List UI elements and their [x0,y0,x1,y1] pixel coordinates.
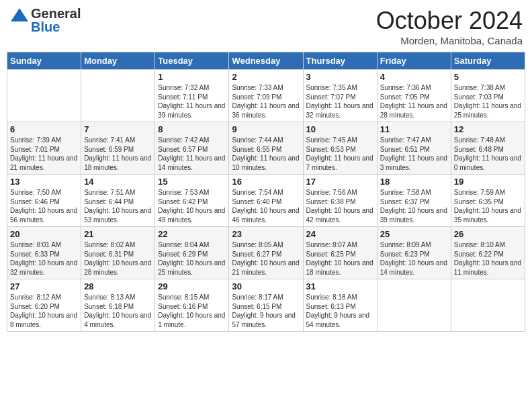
day-number: 21 [84,229,152,239]
calendar-cell: 16Sunrise: 7:54 AM Sunset: 6:40 PM Dayli… [229,175,303,227]
day-info: Sunrise: 7:48 AM Sunset: 6:48 PM Dayligh… [454,136,522,172]
day-info: Sunrise: 7:44 AM Sunset: 6:55 PM Dayligh… [232,136,300,172]
calendar-cell: 8Sunrise: 7:42 AM Sunset: 6:57 PM Daylig… [155,122,229,175]
calendar-cell: 3Sunrise: 7:35 AM Sunset: 7:07 PM Daylig… [303,70,377,122]
day-info: Sunrise: 7:32 AM Sunset: 7:11 PM Dayligh… [158,83,226,120]
day-number: 18 [380,177,448,187]
day-info: Sunrise: 7:38 AM Sunset: 7:03 PM Dayligh… [454,83,522,120]
day-number: 31 [306,281,374,291]
day-number: 20 [10,229,78,239]
day-info: Sunrise: 8:10 AM Sunset: 6:22 PM Dayligh… [454,240,522,277]
calendar-cell: 6Sunrise: 7:39 AM Sunset: 7:01 PM Daylig… [7,122,81,175]
day-number: 22 [158,229,226,239]
day-info: Sunrise: 8:04 AM Sunset: 6:29 PM Dayligh… [158,240,226,277]
calendar-week-row: 13Sunrise: 7:50 AM Sunset: 6:46 PM Dayli… [7,175,525,227]
day-number: 1 [158,72,226,82]
day-info: Sunrise: 8:09 AM Sunset: 6:23 PM Dayligh… [380,240,448,277]
logo-icon [9,7,30,34]
day-number: 17 [306,177,374,187]
calendar-week-row: 27Sunrise: 8:12 AM Sunset: 6:20 PM Dayli… [7,279,525,332]
calendar-cell: 30Sunrise: 8:17 AM Sunset: 6:15 PM Dayli… [229,279,303,332]
day-number: 19 [454,177,522,187]
calendar-cell: 14Sunrise: 7:51 AM Sunset: 6:44 PM Dayli… [81,175,155,227]
calendar-cell: 13Sunrise: 7:50 AM Sunset: 6:46 PM Dayli… [7,175,81,227]
day-info: Sunrise: 8:17 AM Sunset: 6:15 PM Dayligh… [232,293,300,329]
calendar-cell: 5Sunrise: 7:38 AM Sunset: 7:03 PM Daylig… [451,70,525,122]
calendar-cell: 12Sunrise: 7:48 AM Sunset: 6:48 PM Dayli… [451,122,525,175]
day-info: Sunrise: 8:15 AM Sunset: 6:16 PM Dayligh… [158,293,226,329]
day-info: Sunrise: 8:01 AM Sunset: 6:33 PM Dayligh… [10,240,78,277]
day-number: 30 [232,281,300,291]
day-info: Sunrise: 7:59 AM Sunset: 6:35 PM Dayligh… [454,188,522,224]
logo-text: General Blue [31,7,81,34]
calendar-cell: 29Sunrise: 8:15 AM Sunset: 6:16 PM Dayli… [155,279,229,332]
day-info: Sunrise: 7:53 AM Sunset: 6:42 PM Dayligh… [158,188,226,224]
day-number: 5 [454,72,522,82]
day-info: Sunrise: 7:56 AM Sunset: 6:38 PM Dayligh… [306,188,374,224]
day-number: 10 [306,124,374,134]
day-info: Sunrise: 7:51 AM Sunset: 6:44 PM Dayligh… [84,188,152,224]
calendar-cell: 11Sunrise: 7:47 AM Sunset: 6:51 PM Dayli… [377,122,451,175]
calendar-week-row: 1Sunrise: 7:32 AM Sunset: 7:11 PM Daylig… [7,70,525,122]
day-number: 2 [232,72,300,82]
location: Morden, Manitoba, Canada [376,35,523,46]
day-number: 29 [158,281,226,291]
calendar-cell: 17Sunrise: 7:56 AM Sunset: 6:38 PM Dayli… [303,175,377,227]
calendar-cell: 15Sunrise: 7:53 AM Sunset: 6:42 PM Dayli… [155,175,229,227]
calendar-cell: 2Sunrise: 7:33 AM Sunset: 7:09 PM Daylig… [229,70,303,122]
calendar-cell: 31Sunrise: 8:18 AM Sunset: 6:13 PM Dayli… [303,279,377,332]
day-number: 3 [306,72,374,82]
calendar-cell: 4Sunrise: 7:36 AM Sunset: 7:05 PM Daylig… [377,70,451,122]
calendar-cell: 23Sunrise: 8:05 AM Sunset: 6:27 PM Dayli… [229,227,303,279]
day-info: Sunrise: 7:39 AM Sunset: 7:01 PM Dayligh… [10,136,78,172]
calendar-week-row: 20Sunrise: 8:01 AM Sunset: 6:33 PM Dayli… [7,227,525,279]
day-info: Sunrise: 7:47 AM Sunset: 6:51 PM Dayligh… [380,136,448,172]
weekday-header-monday: Monday [81,52,155,70]
weekday-header-wednesday: Wednesday [229,52,303,70]
calendar-cell [377,279,451,332]
day-info: Sunrise: 8:02 AM Sunset: 6:31 PM Dayligh… [84,240,152,277]
day-number: 24 [306,229,374,239]
calendar-cell: 25Sunrise: 8:09 AM Sunset: 6:23 PM Dayli… [377,227,451,279]
day-number: 4 [380,72,448,82]
weekday-header-sunday: Sunday [7,52,81,70]
title-block: October 2024 Morden, Manitoba, Canada [376,7,523,46]
day-info: Sunrise: 8:13 AM Sunset: 6:18 PM Dayligh… [84,293,152,329]
day-number: 12 [454,124,522,134]
calendar-week-row: 6Sunrise: 7:39 AM Sunset: 7:01 PM Daylig… [7,122,525,175]
day-number: 6 [10,124,78,134]
day-info: Sunrise: 8:05 AM Sunset: 6:27 PM Dayligh… [232,240,300,277]
month-title: October 2024 [376,7,523,35]
calendar-cell: 18Sunrise: 7:58 AM Sunset: 6:37 PM Dayli… [377,175,451,227]
calendar-cell: 22Sunrise: 8:04 AM Sunset: 6:29 PM Dayli… [155,227,229,279]
calendar-cell [7,70,81,122]
logo-blue: Blue [31,20,81,34]
weekday-header-friday: Friday [377,52,451,70]
day-number: 25 [380,229,448,239]
day-info: Sunrise: 7:41 AM Sunset: 6:59 PM Dayligh… [84,136,152,172]
day-info: Sunrise: 7:58 AM Sunset: 6:37 PM Dayligh… [380,188,448,224]
weekday-header-thursday: Thursday [303,52,377,70]
day-number: 15 [158,177,226,187]
calendar-cell: 19Sunrise: 7:59 AM Sunset: 6:35 PM Dayli… [451,175,525,227]
calendar-cell [81,70,155,122]
calendar-cell: 10Sunrise: 7:45 AM Sunset: 6:53 PM Dayli… [303,122,377,175]
calendar-cell: 27Sunrise: 8:12 AM Sunset: 6:20 PM Dayli… [7,279,81,332]
calendar-table: SundayMondayTuesdayWednesdayThursdayFrid… [7,52,525,332]
day-number: 14 [84,177,152,187]
day-number: 27 [10,281,78,291]
logo: General Blue [9,7,81,34]
day-info: Sunrise: 7:42 AM Sunset: 6:57 PM Dayligh… [158,136,226,172]
calendar-cell: 20Sunrise: 8:01 AM Sunset: 6:33 PM Dayli… [7,227,81,279]
day-info: Sunrise: 7:54 AM Sunset: 6:40 PM Dayligh… [232,188,300,224]
day-info: Sunrise: 8:07 AM Sunset: 6:25 PM Dayligh… [306,240,374,277]
day-number: 28 [84,281,152,291]
calendar-cell: 24Sunrise: 8:07 AM Sunset: 6:25 PM Dayli… [303,227,377,279]
day-number: 11 [380,124,448,134]
logo-general: General [31,7,81,20]
day-number: 23 [232,229,300,239]
day-info: Sunrise: 7:35 AM Sunset: 7:07 PM Dayligh… [306,83,374,120]
day-number: 7 [84,124,152,134]
day-info: Sunrise: 8:18 AM Sunset: 6:13 PM Dayligh… [306,293,374,329]
day-number: 8 [158,124,226,134]
